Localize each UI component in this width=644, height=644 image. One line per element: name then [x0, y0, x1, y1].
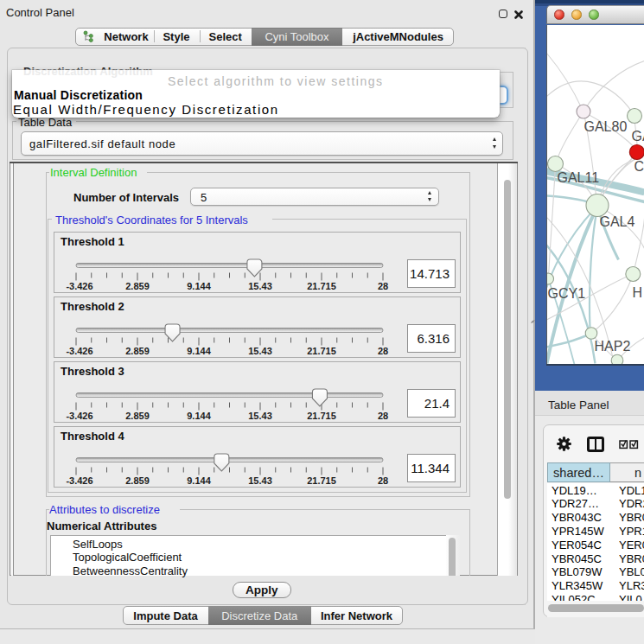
svg-text:2.859: 2.859	[125, 411, 150, 421]
svg-text:H: H	[632, 284, 642, 299]
svg-text:28: 28	[378, 281, 388, 291]
svg-text:9.144: 9.144	[187, 475, 211, 486]
svg-text:C: C	[634, 158, 644, 173]
svg-text:21.715: 21.715	[307, 475, 336, 486]
svg-text:-3.426: -3.426	[66, 475, 92, 486]
svg-text:HAP2: HAP2	[594, 338, 630, 353]
svg-text:21.715: 21.715	[307, 346, 336, 356]
svg-text:2.859: 2.859	[125, 346, 150, 356]
svg-text:GAL11: GAL11	[557, 169, 599, 184]
svg-text:21.715: 21.715	[307, 411, 336, 421]
svg-text:GCY1: GCY1	[547, 285, 585, 300]
svg-text:GAL80: GAL80	[583, 118, 627, 133]
svg-text:GAL4: GAL4	[599, 214, 634, 228]
svg-text:9.144: 9.144	[187, 411, 211, 421]
svg-text:9.144: 9.144	[187, 281, 211, 291]
svg-text:28: 28	[378, 475, 388, 486]
svg-text:15.43: 15.43	[248, 346, 272, 356]
svg-text:2.859: 2.859	[125, 281, 150, 291]
svg-text:15.43: 15.43	[248, 475, 272, 486]
svg-text:21.715: 21.715	[307, 281, 336, 291]
svg-text:15.43: 15.43	[248, 411, 272, 421]
svg-text:-3.426: -3.426	[66, 411, 92, 421]
svg-text:-3.426: -3.426	[66, 281, 92, 291]
svg-text:9.144: 9.144	[187, 346, 211, 356]
svg-text:-3.426: -3.426	[66, 346, 92, 356]
svg-text:28: 28	[378, 346, 388, 356]
svg-text:2.859: 2.859	[125, 475, 150, 486]
svg-text:15.43: 15.43	[248, 281, 272, 291]
svg-text:28: 28	[378, 411, 388, 421]
svg-text:GA: GA	[631, 128, 644, 143]
